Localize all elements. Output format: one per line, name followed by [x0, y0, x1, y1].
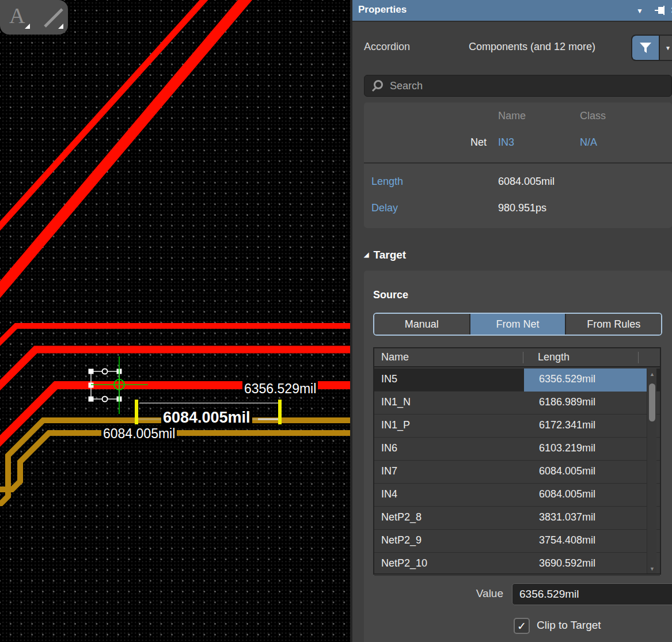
text-tool-icon: A	[9, 3, 25, 28]
delay-value: 980.951ps	[498, 202, 546, 214]
panel-header: Properties ▼ ✕	[352, 0, 672, 22]
target-card: Source Manual From Net From Rules Name L…	[364, 271, 672, 642]
dropdown-corner-icon	[25, 24, 30, 29]
table-row[interactable]: IN1_N 6186.989mil	[374, 392, 660, 415]
net-name-column-header: Name	[498, 110, 526, 122]
row-name: IN1_P	[381, 419, 410, 431]
table-header-length[interactable]: Length	[538, 351, 570, 363]
clip-to-target-label: Clip to Target	[537, 619, 601, 632]
table-row[interactable]: IN5 6356.529mil	[374, 369, 660, 392]
line-tool-button[interactable]	[37, 2, 67, 32]
accordion-label[interactable]: Accordion	[364, 41, 410, 53]
scrollbar-thumb[interactable]	[649, 383, 655, 421]
table-row[interactable]: NetP2_8 3831.037mil	[374, 507, 660, 530]
row-length: 3754.408mil	[539, 534, 595, 546]
row-length: 3690.592mil	[539, 557, 595, 569]
filter-dropdown-button[interactable]: ▼	[660, 36, 672, 60]
source-segmented-control: Manual From Net From Rules	[373, 313, 662, 336]
value-label: Value	[422, 587, 503, 600]
row-length: 6172.341mil	[539, 419, 595, 431]
row-name: IN6	[381, 442, 397, 454]
selection-handle-bottom-mid[interactable]	[102, 397, 108, 402]
dimension-label-top: 6356.529mil	[242, 381, 318, 397]
properties-panel: Properties ▼ ✕ Accordion Components (and…	[350, 0, 672, 642]
row-length: 6103.219mil	[539, 442, 595, 454]
filter-button-group: ▼	[631, 35, 672, 61]
pcb-canvas[interactable]: 6356.529mil 6084.005mil 6084.005mil A	[0, 0, 350, 642]
scroll-down-icon[interactable]: ▼	[648, 566, 656, 572]
app-root: 6356.529mil 6084.005mil 6084.005mil A Pr…	[0, 0, 672, 642]
row-name: IN1_N	[381, 396, 411, 408]
scope-label[interactable]: Components (and 12 more)	[469, 41, 595, 53]
value-input[interactable]	[512, 583, 672, 605]
row-length: 6084.005mil	[539, 465, 595, 477]
dimension-tick-right	[278, 400, 282, 424]
row-length: 6084.005mil	[539, 488, 595, 500]
length-value: 6084.005mil	[498, 176, 555, 188]
selection-handle-top-mid[interactable]	[102, 369, 108, 374]
row-length: 3831.037mil	[539, 511, 595, 523]
row-name: IN5	[381, 373, 397, 385]
text-tool-button[interactable]: A	[3, 2, 33, 32]
net-class-link[interactable]: N/A	[580, 136, 597, 149]
row-length: 6186.989mil	[539, 396, 595, 408]
row-length: 6356.529mil	[539, 373, 595, 385]
column-divider[interactable]	[638, 352, 639, 363]
source-option-from-rules[interactable]: From Rules	[566, 314, 661, 335]
source-option-from-net[interactable]: From Net	[470, 314, 565, 335]
dimension-label-middle: 6084.005mil	[161, 409, 252, 427]
row-name: NetP2_9	[381, 534, 422, 546]
table-row[interactable]: NetP2_10 3690.592mil	[374, 553, 660, 576]
collapse-triangle-icon: ◢	[364, 251, 369, 259]
pcb-traces	[0, 0, 350, 642]
table-row[interactable]: NetP2_9 3754.408mil	[374, 530, 660, 553]
clip-to-target-checkbox[interactable]: ✓	[514, 618, 530, 634]
table-row[interactable]: IN4 6084.005mil	[374, 484, 660, 507]
scroll-up-icon[interactable]: ▲	[648, 371, 656, 377]
table-scrollbar[interactable]: ▲ ▼	[647, 369, 656, 573]
pin-icon[interactable]	[654, 5, 666, 16]
table-row[interactable]: IN7 6084.005mil	[374, 461, 660, 484]
net-row-label: Net	[450, 136, 487, 149]
panel-divider[interactable]	[350, 0, 352, 642]
row-name: IN7	[381, 465, 397, 477]
funnel-icon	[639, 42, 652, 54]
search-input[interactable]	[390, 80, 655, 92]
checkmark-icon: ✓	[517, 620, 526, 632]
column-divider[interactable]	[523, 352, 523, 363]
red-trace-diagonal-thick[interactable]	[0, 0, 250, 301]
row-name: IN4	[381, 488, 397, 500]
table-row[interactable]: IN1_P 6172.341mil	[374, 415, 660, 438]
net-info-card: Name Class Net IN3 N/A Length 6084.005mi…	[364, 102, 672, 228]
filter-button[interactable]	[632, 36, 659, 60]
search-icon	[365, 79, 390, 92]
length-label-link[interactable]: Length	[371, 176, 403, 188]
dimension-label-bottom: 6084.005mil	[101, 426, 177, 442]
chevron-down-icon: ▼	[665, 45, 671, 51]
table-header: Name Length	[374, 348, 660, 367]
row-name: NetP2_10	[381, 557, 427, 569]
delay-label-link[interactable]: Delay	[371, 202, 398, 214]
dropdown-corner-icon	[58, 24, 63, 29]
canvas-toolbar: A	[0, 0, 68, 35]
dimension-tick-left	[135, 400, 138, 424]
search-box[interactable]	[364, 75, 672, 97]
card-separator	[364, 162, 672, 164]
table-header-name[interactable]: Name	[381, 351, 409, 363]
target-section-title: Target	[373, 249, 406, 261]
net-length-table: Name Length IN5 6356.529mil IN1_N 6186.9…	[373, 347, 661, 575]
net-class-column-header: Class	[580, 110, 606, 122]
panel-title: Properties	[358, 4, 407, 16]
source-label: Source	[373, 289, 408, 301]
red-trace-diagonal-thin[interactable]	[0, 0, 209, 235]
source-option-manual[interactable]: Manual	[374, 314, 469, 335]
net-name-link[interactable]: IN3	[498, 136, 514, 149]
row-name: NetP2_8	[381, 511, 422, 523]
panel-menu-caret-icon[interactable]: ▼	[636, 7, 643, 15]
target-section-header[interactable]: ◢Target	[364, 249, 406, 261]
table-row[interactable]: IN6 6103.219mil	[374, 438, 660, 461]
